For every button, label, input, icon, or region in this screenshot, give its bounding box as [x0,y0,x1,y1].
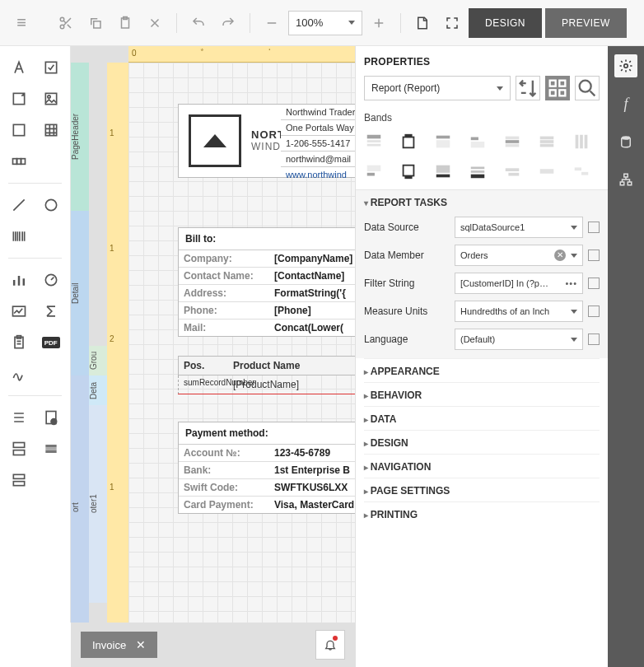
design-canvas[interactable]: 1 1 2 1 PageHeader Detail Grou Deta oter… [71,46,355,623]
zoom-select[interactable]: 100% [288,11,362,35]
prop-marker[interactable] [588,250,600,261]
notifications-button[interactable] [315,630,345,660]
svg-rect-23 [14,474,25,478]
panel-tool[interactable] [5,115,34,145]
band-subband-icon[interactable] [502,161,522,181]
section-page-settings[interactable]: PAGE SETTINGS [364,478,600,501]
pagebreak-tool[interactable] [5,434,34,464]
zoom-value: 100% [296,16,323,29]
panel-title: PROPERTIES [364,56,600,68]
delete-button[interactable] [142,10,168,36]
report-tab[interactable]: Invoice ✕ [81,632,157,658]
chart-tool[interactable] [5,265,34,295]
barcode-tool[interactable] [5,222,34,251]
close-icon[interactable]: ✕ [136,638,146,651]
section-behavior[interactable]: BEHAVIOR [364,382,600,406]
svg-rect-52 [436,166,450,173]
band-bottommargin-icon[interactable] [468,161,488,181]
zoom-in-button[interactable] [366,10,392,36]
pageinfo-tool[interactable] [37,403,66,432]
band-groupfooter-icon[interactable] [364,161,384,181]
band-detail[interactable]: Detail [71,211,89,375]
payment-block[interactable]: Payment method: Account №:123-45-6789 Ba… [178,422,355,514]
fullscreen-button[interactable] [439,10,465,36]
items-table[interactable]: Pos.Product Name sumRecordNumber[Product… [178,356,355,394]
preview-mode-button[interactable]: PREVIEW [545,8,627,38]
data-member-select[interactable]: Orders✕ [455,245,583,266]
toc-tool[interactable] [5,403,34,432]
prop-marker[interactable] [588,306,600,317]
prop-marker[interactable] [588,278,600,289]
menu-button[interactable]: ≡ [8,10,35,36]
section-printing[interactable]: PRINTING [364,501,600,525]
subreport-tool[interactable] [5,465,34,495]
sigma-tool[interactable] [37,296,66,326]
svg-rect-59 [540,169,554,174]
pdf-tool[interactable]: PDF [37,328,66,357]
band-detail-icon[interactable] [502,132,522,152]
band-pageheader[interactable]: PageHeader [71,63,89,211]
band-empty-icon[interactable] [537,161,557,181]
search-button[interactable] [575,76,600,100]
measure-units-select[interactable]: Hundredths of an Inch [455,301,583,322]
design-mode-button[interactable]: DESIGN [469,8,542,38]
sort-alpha-button[interactable] [516,76,540,100]
band-pagefooter-icon[interactable] [433,161,453,181]
band-pageheader-icon[interactable] [433,132,453,152]
band-footer[interactable]: oter1 [89,405,107,603]
section-report-tasks[interactable]: REPORT TASKS [356,189,608,213]
crossband-tool[interactable] [37,434,66,464]
object-selector[interactable]: Report (Report) [364,76,511,100]
band-topmargin-icon[interactable] [364,132,384,152]
label-tool[interactable] [5,53,34,82]
paste-button[interactable] [112,10,138,36]
language-select[interactable]: (Default) [455,329,583,350]
prop-marker[interactable] [588,222,600,233]
sparkline-tool[interactable] [5,296,34,326]
copy-button[interactable] [82,10,109,36]
ellipsis-icon[interactable]: ••• [565,278,577,288]
richtext-tool[interactable] [5,84,34,114]
character-comb-tool[interactable] [5,147,34,176]
prop-marker[interactable] [588,334,600,345]
zoom-out-button[interactable] [259,10,285,36]
sort-category-button[interactable] [545,76,570,100]
properties-tab[interactable] [614,54,637,77]
band-extra-icon[interactable] [572,161,591,181]
gauge-tool[interactable] [37,265,66,295]
band-reportfooter-icon[interactable] [399,161,418,181]
reportexplorer-tab[interactable] [614,168,637,191]
section-appearance[interactable]: APPEARANCE [364,358,600,382]
billto-block[interactable]: Bill to: Company:[CompanyName] Contact N… [178,227,355,337]
script-button[interactable] [409,10,436,36]
picture-tool[interactable] [37,84,66,114]
band-detailreport-icon[interactable] [537,132,557,152]
line-tool[interactable] [5,190,34,220]
filter-string-input[interactable]: [CustomerID] In (?p…••• [455,273,583,294]
redo-button[interactable] [215,10,241,36]
section-design[interactable]: DESIGN [364,430,600,454]
expressions-tab[interactable]: f [614,92,637,115]
section-navigation[interactable]: NAVIGATION [364,454,600,478]
checkbox-tool[interactable] [37,53,66,82]
table-tool[interactable] [37,115,66,145]
company-info-block[interactable]: Northwind Traders One Portals Way 1-206-… [281,104,355,178]
svg-rect-45 [576,135,579,149]
clipboard-tool[interactable] [5,328,34,357]
data-source-select[interactable]: sqlDataSource1 [455,217,583,238]
svg-rect-51 [404,176,412,180]
signature-tool[interactable] [5,359,34,389]
svg-point-1 [60,25,64,29]
shape-tool[interactable] [37,190,66,220]
band-report[interactable]: ort [71,375,89,623]
band-vertical-icon[interactable] [572,132,591,152]
band-group[interactable]: Grou [89,346,107,375]
band-reportheader-icon[interactable] [399,132,418,152]
undo-button[interactable] [185,10,212,36]
fieldlist-tab[interactable] [614,130,637,153]
section-data[interactable]: DATA [364,406,600,430]
band-detail-inner[interactable]: Deta [89,375,107,405]
clear-icon[interactable]: ✕ [554,250,566,261]
band-groupheader-icon[interactable] [468,132,488,152]
cut-button[interactable] [53,10,79,36]
